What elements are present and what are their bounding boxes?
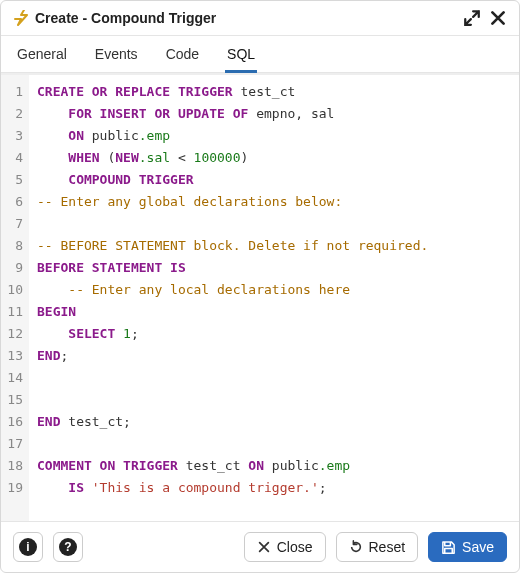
code-line: END test_ct; (37, 411, 511, 433)
code-area[interactable]: CREATE OR REPLACE TRIGGER test_ct FOR IN… (29, 75, 519, 521)
maximize-icon[interactable] (463, 9, 481, 27)
line-number: 11 (3, 301, 23, 323)
line-gutter: 12345678910111213141516171819 (1, 75, 29, 521)
close-label: Close (277, 539, 313, 555)
line-number: 12 (3, 323, 23, 345)
info-button[interactable]: i (13, 532, 43, 562)
save-icon (441, 540, 456, 555)
help-button[interactable]: ? (53, 532, 83, 562)
line-number: 17 (3, 433, 23, 455)
footer: i ? Close Reset Save (1, 521, 519, 572)
tab-code[interactable]: Code (164, 36, 201, 73)
line-number: 7 (3, 213, 23, 235)
code-line: IS 'This is a compound trigger.'; (37, 477, 511, 499)
help-icon: ? (59, 538, 77, 556)
line-number: 14 (3, 367, 23, 389)
tab-sql[interactable]: SQL (225, 36, 257, 73)
line-number: 9 (3, 257, 23, 279)
code-line: -- Enter any local declarations here (37, 279, 511, 301)
code-line: -- BEFORE STATEMENT block. Delete if not… (37, 235, 511, 257)
code-line: SELECT 1; (37, 323, 511, 345)
code-line: COMMENT ON TRIGGER test_ct ON public.emp (37, 455, 511, 477)
line-number: 16 (3, 411, 23, 433)
reset-button[interactable]: Reset (336, 532, 419, 562)
close-icon[interactable] (489, 9, 507, 27)
code-line: ON public.emp (37, 125, 511, 147)
save-label: Save (462, 539, 494, 555)
line-number: 1 (3, 81, 23, 103)
line-number: 5 (3, 169, 23, 191)
line-number: 2 (3, 103, 23, 125)
sql-editor[interactable]: 12345678910111213141516171819 CREATE OR … (1, 73, 519, 521)
code-line: FOR INSERT OR UPDATE OF empno, sal (37, 103, 511, 125)
code-line (37, 213, 511, 235)
line-number: 3 (3, 125, 23, 147)
code-line: WHEN (NEW.sal < 100000) (37, 147, 511, 169)
code-line (37, 367, 511, 389)
titlebar: Create - Compound Trigger (1, 1, 519, 36)
line-number: 18 (3, 455, 23, 477)
code-line: CREATE OR REPLACE TRIGGER test_ct (37, 81, 511, 103)
code-line: -- Enter any global declarations below: (37, 191, 511, 213)
tab-general[interactable]: General (15, 36, 69, 73)
dialog: Create - Compound Trigger General Events… (0, 0, 520, 573)
line-number: 4 (3, 147, 23, 169)
code-line: END; (37, 345, 511, 367)
code-line: BEFORE STATEMENT IS (37, 257, 511, 279)
code-line: BEGIN (37, 301, 511, 323)
close-button[interactable]: Close (244, 532, 326, 562)
reset-label: Reset (369, 539, 406, 555)
code-line (37, 389, 511, 411)
line-number: 8 (3, 235, 23, 257)
line-number: 19 (3, 477, 23, 499)
line-number: 13 (3, 345, 23, 367)
dialog-title: Create - Compound Trigger (35, 10, 455, 26)
line-number: 6 (3, 191, 23, 213)
tab-events[interactable]: Events (93, 36, 140, 73)
code-line: COMPOUND TRIGGER (37, 169, 511, 191)
save-button[interactable]: Save (428, 532, 507, 562)
line-number: 10 (3, 279, 23, 301)
info-icon: i (19, 538, 37, 556)
tabs: General Events Code SQL (1, 36, 519, 73)
trigger-icon (13, 10, 29, 26)
code-line (37, 433, 511, 455)
reset-icon (349, 540, 363, 554)
line-number: 15 (3, 389, 23, 411)
x-icon (257, 540, 271, 554)
